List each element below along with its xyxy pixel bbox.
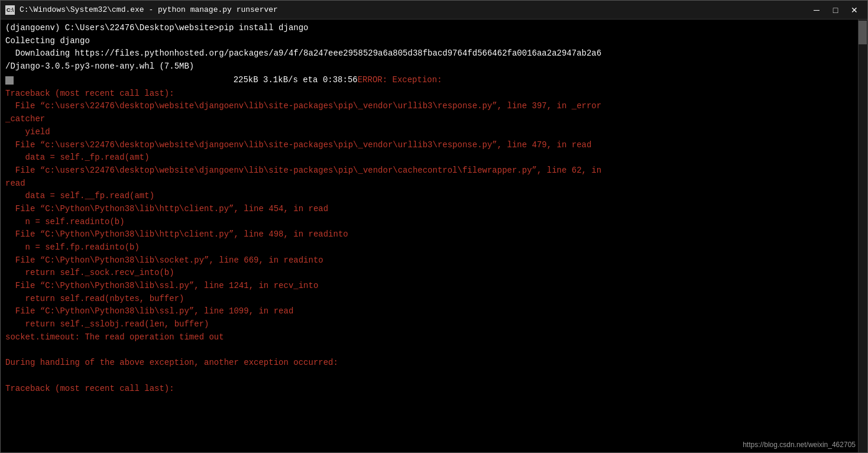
line-14: data = self.__fp.read(amt) (5, 190, 851, 203)
terminal-content: (djangoenv) C:\Users\22476\Desktop\websi… (5, 22, 863, 395)
title-bar: C:\ C:\Windows\System32\cmd.exe - python… (1, 1, 867, 20)
line-13: read (5, 177, 851, 190)
title-bar-text: C:\Windows\System32\cmd.exe - python man… (20, 5, 808, 14)
line-7: File “c:\users\22476\desktop\website\dja… (5, 100, 851, 113)
progress-line: 225kB 3.1kB/s eta 0:38:56 ERROR: Excepti… (5, 74, 851, 87)
line-8: _catcher (5, 113, 851, 126)
line-24: return self._sslobj.read(len, buffer) (5, 318, 851, 331)
line-29: Traceback (most recent call last): (5, 383, 851, 396)
line-22: return self.read(nbytes, buffer) (5, 293, 851, 306)
line-16: n = self.readinto(b) (5, 216, 851, 229)
progress-box (5, 76, 14, 85)
line-17: File “C:\Python\Python38\lib\http\client… (5, 228, 851, 241)
line-6: Traceback (most recent call last): (5, 88, 851, 101)
close-button[interactable]: ✕ (846, 3, 863, 17)
line-18: n = self.fp.readinto(b) (5, 241, 851, 254)
line-19: File “C:\Python\Python38\lib\socket.py”,… (5, 254, 851, 267)
line-26 (5, 344, 851, 357)
scrollbar[interactable] (858, 20, 867, 452)
progress-error: ERROR: Exception: (358, 74, 442, 87)
title-bar-controls: ─ □ ✕ (808, 3, 863, 17)
cmd-window: C:\ C:\Windows\System32\cmd.exe - python… (0, 0, 868, 453)
minimize-button[interactable]: ─ (808, 3, 825, 17)
progress-text: 225kB 3.1kB/s eta 0:38:56 (224, 74, 358, 87)
line-1: (djangoenv) C:\Users\22476\Desktop\websi… (5, 22, 851, 35)
line-3: Downloading https://files.pythonhosted.o… (5, 47, 851, 60)
maximize-button[interactable]: □ (827, 3, 844, 17)
line-11: data = self._fp.read(amt) (5, 151, 851, 164)
scrollbar-thumb[interactable] (859, 21, 867, 44)
line-21: File “C:\Python\Python38\lib\ssl.py”, li… (5, 280, 851, 293)
line-10: File “c:\users\22476\desktop\website\dja… (5, 139, 851, 152)
line-15: File “C:\Python\Python38\lib\http\client… (5, 203, 851, 216)
line-2: Collecting django (5, 35, 851, 48)
terminal-body: (djangoenv) C:\Users\22476\Desktop\websi… (1, 20, 867, 452)
line-9: yield (5, 126, 851, 139)
line-28 (5, 370, 851, 383)
line-20: return self._sock.recv_into(b) (5, 267, 851, 280)
line-25: socket.timeout: The read operation timed… (5, 331, 851, 344)
line-27: During handling of the above exception, … (5, 357, 851, 370)
line-23: File “C:\Python\Python38\lib\ssl.py”, li… (5, 305, 851, 318)
line-4: /Django-3.0.5-py3-none-any.whl (7.5MB) (5, 60, 851, 73)
cmd-icon: C:\ (5, 5, 15, 15)
watermark: https://blog.csdn.net/weixin_462705 (743, 441, 856, 449)
line-12: File “c:\users\22476\desktop\website\dja… (5, 164, 851, 177)
